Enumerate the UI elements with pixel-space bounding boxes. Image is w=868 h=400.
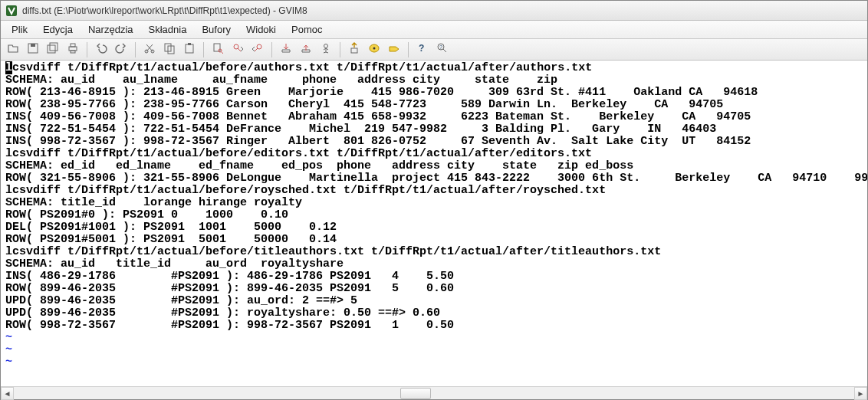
shell-button[interactable] [365,41,383,58]
find-button[interactable] [209,41,227,58]
svg-rect-7 [71,51,75,53]
app-window: diffs.txt (E:\Piotr\work\lreport\work\LR… [0,0,868,400]
toolbar-separator [340,42,340,57]
window-title: diffs.txt (E:\Piotr\work\lreport\work\LR… [22,5,307,16]
redo-button[interactable] [112,41,130,58]
gvim-app-icon [5,5,18,17]
cut-icon [143,42,156,57]
find-help-icon: ? [436,42,449,57]
find-help-button[interactable]: ? [433,41,452,58]
copy-button[interactable] [160,41,179,58]
svg-rect-2 [31,44,35,47]
paste-button[interactable] [180,41,199,58]
search-icon [212,42,224,57]
save-all-button[interactable] [44,41,62,58]
load-session-button[interactable] [277,41,295,58]
menu-edit[interactable]: Edycja [35,21,81,38]
open-icon [7,42,19,57]
copy-icon [163,42,176,57]
title-bar[interactable]: diffs.txt (E:\Piotr\work\lreport\work\LR… [1,1,867,21]
svg-rect-19 [351,48,357,53]
run-script-button[interactable] [317,41,335,58]
redo-icon [115,42,127,57]
open-file-button[interactable] [4,41,22,58]
svg-text:?: ? [419,43,424,54]
svg-point-18 [324,44,328,48]
svg-rect-12 [186,44,193,53]
svg-text:?: ? [439,44,442,50]
find-next-icon [232,42,244,57]
find-next-button[interactable] [229,41,247,58]
svg-rect-13 [188,43,191,45]
cut-button[interactable] [140,41,159,58]
svg-rect-14 [214,44,220,51]
text-editor[interactable]: lcsvdiff t/DiffRpt/t1/actual/before/auth… [1,61,867,386]
scroll-track[interactable] [14,387,854,400]
tags-button[interactable] [385,41,403,58]
find-prev-icon [252,42,264,57]
toolbar-separator [271,42,272,57]
toolbar-separator [87,42,87,57]
load-session-icon [280,42,292,57]
print-button[interactable] [64,41,82,58]
svg-rect-4 [50,43,58,51]
tag-icon [388,42,400,57]
menu-tools[interactable]: Narzędzia [81,21,141,38]
undo-button[interactable] [92,41,110,58]
undo-icon [95,42,107,57]
shell-icon [368,42,380,57]
horizontal-scrollbar[interactable]: ◄ ► [1,386,867,399]
toolbar-separator [408,42,409,57]
menu-file[interactable]: Plik [4,21,35,38]
svg-rect-6 [71,44,75,47]
menu-bar: Plik Edycja Narzędzia Składnia Bufory Wi… [1,21,867,39]
scroll-left-button[interactable]: ◄ [1,387,14,400]
toolbar-separator [203,42,204,57]
run-script-icon [320,42,332,57]
toolbar-separator [135,42,136,57]
save-button[interactable] [24,41,42,58]
help-button[interactable]: ? [413,41,432,58]
save-all-icon [47,42,59,57]
menu-buffers[interactable]: Bufory [194,21,238,38]
svg-point-21 [373,48,376,50]
make-button[interactable] [345,41,363,58]
save-session-button[interactable] [297,41,315,58]
svg-rect-3 [48,45,55,53]
tool-bar: ? ? [1,39,867,61]
scroll-right-button[interactable]: ► [854,387,867,400]
find-prev-button[interactable] [248,41,267,58]
make-icon [348,42,360,57]
editor-area: lcsvdiff t/DiffRpt/t1/actual/before/auth… [1,61,867,386]
menu-syntax[interactable]: Składnia [141,21,195,38]
help-icon: ? [416,42,429,57]
menu-views[interactable]: Widoki [238,21,284,38]
svg-rect-5 [69,47,77,51]
save-session-icon [300,42,312,57]
print-icon [67,42,79,57]
scroll-thumb[interactable] [400,388,431,399]
save-icon [27,42,39,57]
paste-icon [183,42,196,57]
menu-help[interactable]: Pomoc [284,21,330,38]
